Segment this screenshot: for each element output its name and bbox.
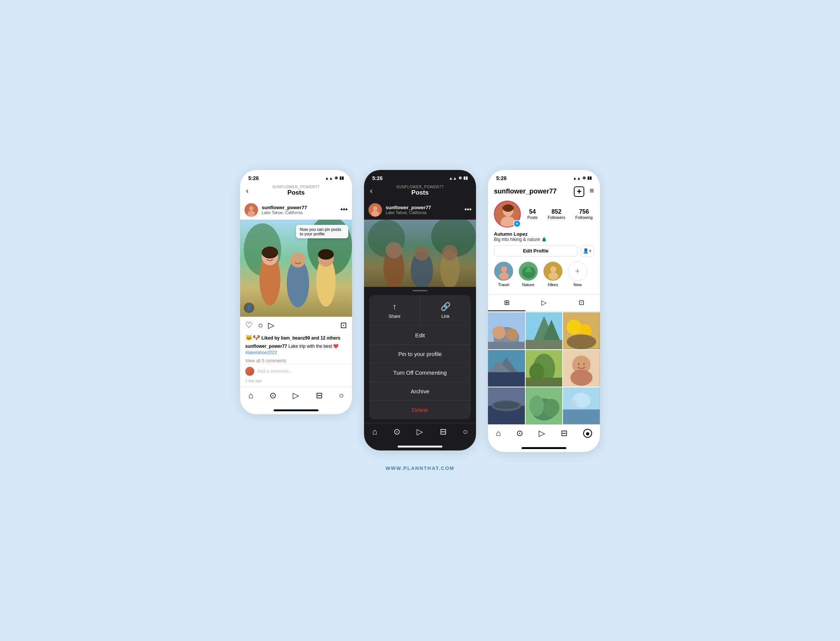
highlight-circle-travel bbox=[494, 261, 513, 281]
menu-item-edit[interactable]: Edit bbox=[369, 326, 471, 345]
grid-cell-6[interactable] bbox=[563, 350, 600, 387]
svg-point-12 bbox=[262, 246, 278, 258]
add-story-badge[interactable]: + bbox=[513, 220, 521, 227]
svg-point-2 bbox=[247, 211, 255, 217]
share-icon: ↑ bbox=[392, 302, 397, 312]
status-bar-2: 5:26 ▲▲ ⊛ ▮▮ bbox=[364, 170, 476, 184]
comment-input-1[interactable]: Add a comment... bbox=[257, 369, 292, 374]
grid-cell-4[interactable] bbox=[488, 350, 525, 387]
menu-item-turn-off-commenting[interactable]: Turn Off Commenting bbox=[369, 364, 471, 382]
bookmark-button-1[interactable]: ⊡ bbox=[340, 320, 347, 330]
follow-suggest-icon: 👤+ bbox=[583, 248, 592, 254]
tab-reels[interactable]: ▷ bbox=[525, 295, 563, 311]
nav-shop-2[interactable]: ⊟ bbox=[440, 427, 447, 436]
post-more-2[interactable]: ••• bbox=[464, 206, 472, 214]
nav-home-2[interactable]: ⌂ bbox=[372, 427, 377, 436]
nav-profile-1[interactable]: ○ bbox=[339, 391, 344, 401]
home-indicator-3 bbox=[522, 447, 566, 449]
grid-cell-9[interactable] bbox=[563, 387, 600, 424]
grid-cell-5[interactable] bbox=[526, 350, 563, 387]
likes-text-1: Liked by liam_beanz99 and 12 others bbox=[261, 335, 340, 341]
stat-followers[interactable]: 852 Followers bbox=[548, 208, 565, 220]
nav-profile-3[interactable]: ● bbox=[583, 429, 592, 438]
nav-profile-2[interactable]: ○ bbox=[463, 427, 468, 436]
link-icon: 🔗 bbox=[440, 302, 451, 312]
nav-username-1: SUNFLOWER_POWER77 bbox=[273, 185, 320, 189]
post-username-1[interactable]: sunflower_power77 bbox=[262, 205, 337, 210]
following-label: Following bbox=[575, 215, 593, 220]
grid-cell-2[interactable] bbox=[526, 312, 563, 349]
svg-point-43 bbox=[506, 329, 518, 340]
phone-2-menu: 5:26 ▲▲ ⊛ ▮▮ ‹ SUNFLOWER_POWER77 Posts bbox=[364, 170, 476, 451]
svg-point-69 bbox=[493, 401, 519, 409]
nav-shop-1[interactable]: ⊟ bbox=[316, 391, 323, 401]
highlight-new[interactable]: + New bbox=[568, 261, 587, 287]
tab-tagged[interactable]: ⊡ bbox=[563, 295, 600, 311]
caption-text-1: Lake trip with the best ❤️ bbox=[288, 344, 339, 349]
comment-button-1[interactable]: ○ bbox=[258, 320, 263, 330]
nav-shop-3[interactable]: ⊟ bbox=[561, 428, 567, 438]
nav-search-1[interactable]: ⊙ bbox=[270, 391, 276, 401]
post-time-1: 1 day ago bbox=[240, 378, 352, 387]
stat-following[interactable]: 756 Following bbox=[575, 208, 593, 220]
wifi-icon: ⊛ bbox=[334, 176, 338, 180]
highlight-label-travel: Travel bbox=[498, 282, 509, 287]
menu-share-button[interactable]: ↑ Share bbox=[369, 295, 420, 326]
profile-username: sunflower_power77 bbox=[494, 187, 557, 195]
nav-reels-3[interactable]: ▷ bbox=[539, 428, 545, 438]
like-button-1[interactable]: ♡ bbox=[245, 320, 253, 330]
home-indicator-1 bbox=[274, 409, 318, 411]
nav-search-3[interactable]: ⊙ bbox=[516, 428, 523, 438]
tab-grid[interactable]: ⊞ bbox=[488, 295, 525, 311]
svg-rect-48 bbox=[526, 340, 563, 349]
svg-point-72 bbox=[529, 396, 544, 416]
nav-title-wrap-2: SUNFLOWER_POWER77 Posts bbox=[397, 185, 444, 196]
menu-item-archive[interactable]: Archive bbox=[369, 382, 471, 401]
back-button-1[interactable]: ‹ bbox=[246, 187, 249, 195]
menu-item-pin[interactable]: Pin to your profile bbox=[369, 345, 471, 364]
grid-cell-1[interactable] bbox=[488, 312, 525, 349]
stat-posts[interactable]: 54 Posts bbox=[527, 208, 538, 220]
post-more-1[interactable]: ••• bbox=[340, 206, 348, 214]
svg-rect-75 bbox=[563, 410, 600, 424]
menu-link-button[interactable]: 🔗 Link bbox=[420, 295, 471, 326]
posts-count: 54 bbox=[527, 208, 538, 215]
status-icons-2: ▲▲ ⊛ ▮▮ bbox=[449, 176, 468, 180]
post-username-2[interactable]: sunflower_power77 bbox=[385, 205, 461, 210]
grid-cell-8[interactable] bbox=[526, 387, 563, 424]
grid-cell-7[interactable] bbox=[488, 387, 525, 424]
profile-overlay-icon: 👤 bbox=[244, 303, 254, 313]
highlight-label-nature: Nature bbox=[522, 282, 534, 287]
share-button-1[interactable]: ▷ bbox=[268, 320, 275, 330]
nav-reels-2[interactable]: ▷ bbox=[417, 427, 423, 436]
wifi-icon-2: ⊛ bbox=[458, 176, 462, 180]
svg-point-15 bbox=[373, 206, 377, 211]
view-comments-1[interactable]: View all 5 comments bbox=[240, 358, 352, 364]
back-button-2[interactable]: ‹ bbox=[370, 187, 373, 195]
battery-icon: ▮▮ bbox=[339, 176, 344, 180]
nav-home-1[interactable]: ⌂ bbox=[248, 391, 253, 401]
nav-home-3[interactable]: ⌂ bbox=[496, 428, 501, 438]
follow-suggest-button[interactable]: 👤+ bbox=[581, 245, 594, 257]
grid-cell-3[interactable] bbox=[563, 312, 600, 349]
highlights-row: Travel Nature bbox=[494, 261, 594, 291]
highlight-hikes[interactable]: Hikes bbox=[543, 261, 563, 287]
post-avatar-1 bbox=[244, 203, 258, 217]
photo-grid bbox=[488, 312, 600, 424]
nav-search-2[interactable]: ⊙ bbox=[393, 427, 400, 436]
highlight-nature[interactable]: Nature bbox=[519, 261, 538, 287]
highlight-travel[interactable]: Travel bbox=[494, 261, 513, 287]
menu-item-delete[interactable]: Delete bbox=[369, 401, 471, 419]
add-post-icon[interactable]: + bbox=[574, 187, 584, 197]
menu-icon-profile[interactable]: ≡ bbox=[589, 187, 594, 197]
pin-tooltip: Now you can pin posts to your profile bbox=[296, 225, 349, 238]
svg-rect-44 bbox=[488, 342, 525, 349]
edit-profile-row: Edit Profile 👤+ bbox=[494, 245, 594, 257]
edit-profile-button[interactable]: Edit Profile bbox=[494, 245, 578, 257]
nav-reels-1[interactable]: ▷ bbox=[293, 391, 299, 401]
svg-point-1 bbox=[249, 206, 254, 211]
svg-point-63 bbox=[570, 369, 593, 385]
nav-header-1: ‹ SUNFLOWER_POWER77 Posts bbox=[240, 184, 352, 200]
svg-point-13 bbox=[318, 249, 334, 259]
caption-hashtag-1[interactable]: #laketahoe2022 bbox=[245, 350, 277, 355]
